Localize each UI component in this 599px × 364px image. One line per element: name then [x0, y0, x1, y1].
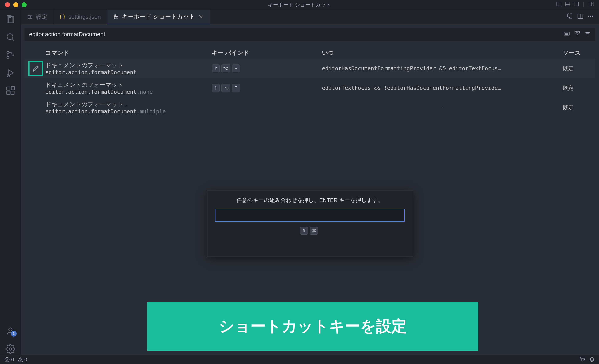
svg-rect-19 — [11, 91, 14, 94]
svg-rect-47 — [575, 31, 577, 33]
define-keybinding-hint: 任意のキーの組み合わせを押し、ENTER キーを押します。 — [215, 196, 405, 204]
key-⇧: ⇧ — [212, 64, 220, 72]
status-bar: 0 0 — [0, 355, 599, 364]
accounts-icon[interactable]: 1 — [5, 325, 16, 337]
divider: | — [583, 1, 584, 8]
open-json-icon[interactable] — [567, 13, 573, 21]
sliders-icon — [113, 14, 119, 20]
tabs-bar: 設定 settings.json キーボード ショートカット — [21, 9, 599, 24]
svg-rect-42 — [564, 32, 570, 35]
activity-bar: 1 — [0, 9, 21, 355]
keybinding-search-input[interactable] — [29, 31, 564, 38]
keybinding-keys: ⇧⌥F — [212, 84, 322, 92]
svg-point-45 — [567, 33, 568, 34]
svg-point-39 — [588, 16, 589, 17]
status-warnings[interactable]: 0 — [17, 357, 27, 363]
close-icon[interactable] — [198, 14, 204, 19]
titlebar: キーボード ショートカット | — [0, 0, 599, 9]
filter-icon[interactable] — [584, 31, 591, 38]
keybinding-table: コマンド キー バインド いつ ソース ドキュメントのフォーマットeditor.… — [25, 47, 595, 117]
command-title: ドキュメントのフォーマット... — [45, 100, 212, 108]
feedback-icon[interactable] — [580, 356, 586, 363]
keybinding-source: 既定 — [563, 84, 588, 92]
tab-settings[interactable]: 設定 — [21, 9, 53, 24]
keybinding-row[interactable]: ドキュメントのフォーマットeditor.action.formatDocumen… — [25, 78, 595, 98]
keybinding-search-row — [25, 28, 595, 41]
keybinding-when: - — [322, 104, 563, 111]
svg-point-13 — [7, 56, 9, 58]
svg-rect-20 — [11, 87, 15, 90]
command-id: editor.action.formatDocument.multiple — [45, 108, 212, 115]
keybinding-source: 既定 — [563, 65, 588, 72]
more-actions-icon[interactable] — [587, 13, 594, 21]
key-F: F — [232, 64, 240, 72]
settings-gear-icon[interactable] — [5, 343, 16, 355]
svg-point-44 — [566, 33, 567, 34]
keybinding-row[interactable]: ドキュメントのフォーマット...editor.action.formatDocu… — [25, 98, 595, 117]
define-keybinding-preview: ⇧⌘ — [215, 227, 405, 235]
tab-keyboard-shortcuts[interactable]: キーボード ショートカット — [107, 9, 210, 24]
svg-point-43 — [565, 33, 566, 34]
explorer-icon[interactable] — [5, 13, 16, 25]
svg-point-41 — [592, 16, 593, 17]
status-errors[interactable]: 0 — [4, 357, 14, 363]
key-⌥: ⌥ — [221, 84, 230, 92]
key-⌥: ⌥ — [221, 64, 230, 72]
svg-point-56 — [20, 360, 20, 361]
tab-label: キーボード ショートカット — [122, 13, 195, 21]
define-keybinding-dialog: 任意のキーの組み合わせを押し、ENTER キーを押します。 ⇧⌘ — [207, 191, 413, 257]
layout-panel-bottom-icon[interactable] — [565, 1, 571, 8]
key-F: F — [232, 84, 240, 92]
svg-rect-18 — [7, 91, 10, 94]
key-⇧: ⇧ — [300, 227, 308, 235]
extensions-icon[interactable] — [5, 85, 16, 97]
key-⌘: ⌘ — [310, 227, 318, 235]
command-id: editor.action.formatDocument — [45, 69, 212, 76]
window-close-button[interactable] — [5, 2, 10, 7]
svg-point-40 — [590, 16, 591, 17]
tab-settings-json[interactable]: settings.json — [53, 9, 107, 24]
svg-rect-2 — [565, 2, 570, 6]
keybinding-when: editorTextFocus && !editorHasDocumentFor… — [322, 85, 563, 91]
window-maximize-button[interactable] — [22, 2, 27, 7]
command-title: ドキュメントのフォーマット — [45, 81, 212, 89]
column-header-source[interactable]: ソース — [563, 49, 588, 57]
svg-rect-46 — [565, 34, 568, 35]
svg-rect-17 — [7, 87, 10, 90]
define-keybinding-input[interactable] — [215, 209, 405, 222]
json-braces-icon — [59, 14, 66, 20]
window-minimize-button[interactable] — [13, 2, 18, 7]
record-keys-icon[interactable] — [564, 31, 570, 38]
column-header-command[interactable]: コマンド — [45, 49, 212, 57]
run-debug-icon[interactable] — [5, 67, 16, 79]
svg-point-22 — [9, 348, 12, 350]
svg-point-12 — [7, 51, 9, 53]
annotation-banner: ショートカットキーを設定 — [147, 302, 478, 351]
svg-rect-7 — [591, 2, 593, 4]
layout-customize-icon[interactable] — [588, 1, 594, 8]
layout-panel-right-icon[interactable] — [573, 1, 579, 8]
source-control-icon[interactable] — [5, 49, 16, 61]
search-icon[interactable] — [5, 31, 16, 43]
layout-panel-left-icon[interactable] — [556, 1, 562, 8]
keybinding-row[interactable]: ドキュメントのフォーマットeditor.action.formatDocumen… — [25, 59, 595, 78]
tab-label: 設定 — [36, 13, 47, 21]
sort-precedence-icon[interactable] — [574, 31, 580, 38]
split-editor-icon[interactable] — [577, 13, 584, 21]
edit-keybinding-button[interactable] — [28, 61, 43, 76]
svg-point-10 — [7, 34, 13, 40]
svg-rect-0 — [557, 2, 561, 6]
keybinding-when: editorHasDocumentFormattingProvider && e… — [322, 65, 563, 71]
svg-point-57 — [581, 359, 584, 361]
command-id: editor.action.formatDocument.none — [45, 89, 212, 95]
svg-rect-8 — [591, 4, 593, 6]
column-header-when[interactable]: いつ — [322, 49, 563, 57]
window-title: キーボード ショートカット — [268, 1, 331, 8]
command-title: ドキュメントのフォーマット — [45, 61, 212, 69]
notifications-icon[interactable] — [589, 356, 595, 363]
column-header-keybinding[interactable]: キー バインド — [212, 49, 322, 57]
accounts-badge: 1 — [11, 331, 17, 337]
keybinding-source: 既定 — [563, 104, 588, 111]
svg-rect-6 — [589, 2, 591, 6]
pencil-icon — [32, 65, 40, 73]
